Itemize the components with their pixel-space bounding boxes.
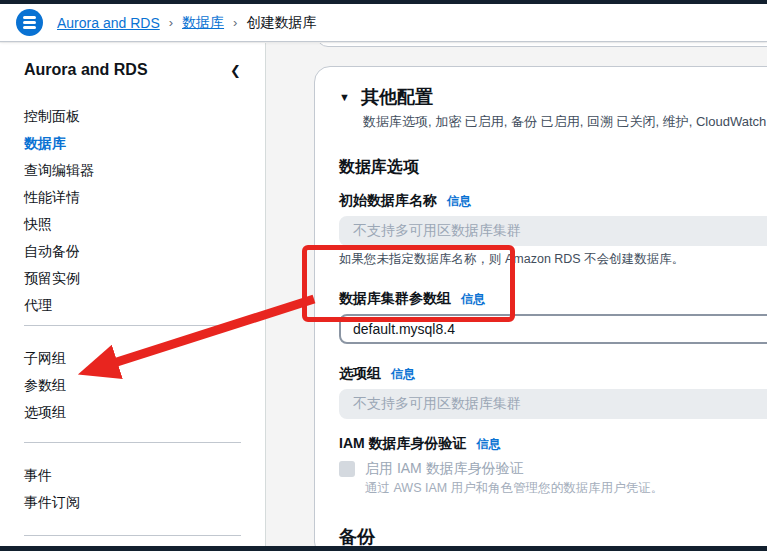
chevron-right-icon: › [169,15,173,30]
sidebar-divider [24,535,241,536]
initial-db-name-helper: 如果您未指定数据库名称，则 Amazon RDS 不会创建数据库。 [339,251,766,268]
top-navigation-bar: Aurora and RDS › 数据库 › 创建数据库 [0,4,767,42]
sidebar-item-proxies[interactable]: 代理 [24,292,241,319]
bottom-navy-strip [0,546,767,551]
info-link[interactable]: 信息 [447,193,471,210]
iam-auth-checkbox-label: 启用 IAM 数据库身份验证 [365,460,524,478]
section-summary: 数据库选项, 加密 已启用, 备份 已启用, 回溯 已关闭, 维护, Cloud… [363,113,766,131]
sidebar-item-reserved-instances[interactable]: 预留实例 [24,265,241,292]
sidebar-item-events[interactable]: 事件 [24,462,241,489]
sidebar-item-event-subscriptions[interactable]: 事件订阅 [24,489,241,516]
collapse-sidebar-icon[interactable]: ❮ [230,64,241,77]
sidebar-title[interactable]: Aurora and RDS [24,61,148,79]
sidebar-item-performance-insights[interactable]: 性能详情 [24,184,241,211]
content-area: ▼ 其他配置 数据库选项, 加密 已启用, 备份 已启用, 回溯 已关闭, 维护… [267,43,767,546]
breadcrumb-link-databases[interactable]: 数据库 [182,14,224,32]
cluster-parameter-group-select[interactable]: default.mysql8.4 [339,314,767,344]
sidebar-item-snapshots[interactable]: 快照 [24,211,241,238]
info-link[interactable]: 信息 [477,436,501,453]
sidebar-item-option-groups[interactable]: 选项组 [24,399,241,426]
iam-auth-helper: 通过 AWS IAM 用户和角色管理您的数据库用户凭证。 [365,480,766,497]
iam-auth-checkbox [339,461,355,477]
top-navy-strip [0,0,767,4]
sidebar-item-databases[interactable]: 数据库 [24,130,241,157]
sidebar-group-groups: 子网组 参数组 选项组 [24,345,241,426]
section-title: 其他配置 [361,85,433,109]
previous-section-card [316,43,767,47]
caret-down-icon: ▼ [339,91,350,103]
info-link[interactable]: 信息 [391,366,415,383]
option-group-input: 不支持多可用区数据库集群 [339,389,767,419]
breadcrumb-current-page: 创建数据库 [246,14,316,32]
sidebar-item-query-editor[interactable]: 查询编辑器 [24,157,241,184]
iam-auth-label: IAM 数据库身份验证 [339,435,467,453]
additional-configuration-expander[interactable]: ▼ 其他配置 [339,85,766,109]
backup-heading: 备份 [339,525,766,546]
additional-configuration-card: ▼ 其他配置 数据库选项, 加密 已启用, 备份 已启用, 回溯 已关闭, 维护… [314,66,767,546]
menu-icon[interactable] [16,9,43,36]
sidebar-divider [24,325,241,326]
option-group-label: 选项组 [339,365,381,383]
initial-db-name-label: 初始数据库名称 [339,192,437,210]
sidebar-item-parameter-groups[interactable]: 参数组 [24,372,241,399]
initial-db-name-input: 不支持多可用区数据库集群 [339,216,767,246]
info-link[interactable]: 信息 [461,291,485,308]
database-options-heading: 数据库选项 [339,157,766,178]
sidebar-item-dashboard[interactable]: 控制面板 [24,103,241,130]
breadcrumb: Aurora and RDS › 数据库 › 创建数据库 [57,14,316,32]
sidebar-group-events: 事件 事件订阅 [24,462,241,516]
cluster-parameter-group-label: 数据库集群参数组 [339,290,451,308]
breadcrumb-link-aurora-rds[interactable]: Aurora and RDS [57,15,160,31]
sidebar-group-main: 控制面板 数据库 查询编辑器 性能详情 快照 自动备份 预留实例 代理 [24,103,241,319]
sidebar-item-automated-backups[interactable]: 自动备份 [24,238,241,265]
chevron-right-icon: › [233,15,237,30]
side-navigation: Aurora and RDS ❮ 控制面板 数据库 查询编辑器 性能详情 快照 … [0,43,266,546]
sidebar-divider [24,442,241,443]
sidebar-item-subnet-groups[interactable]: 子网组 [24,345,241,372]
